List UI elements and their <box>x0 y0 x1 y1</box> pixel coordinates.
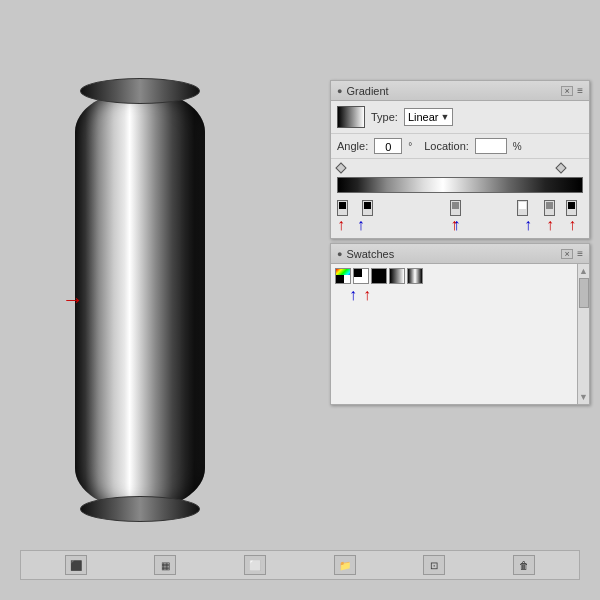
swatch-black[interactable] <box>371 268 387 284</box>
stop-5[interactable] <box>544 200 555 216</box>
stop-6[interactable] <box>566 200 577 216</box>
percent-symbol: % <box>513 141 522 152</box>
swatch-rainbow[interactable] <box>335 268 351 284</box>
swatch-gradient-bw[interactable] <box>389 268 405 284</box>
cylinder-wrapper <box>75 90 205 510</box>
swatches-scrollbar[interactable]: ▲ ▼ <box>577 264 589 404</box>
scroll-down-arrow[interactable]: ▼ <box>578 392 589 402</box>
toolbar-icon-4[interactable]: 📁 <box>334 555 356 575</box>
swatch-red-arrow: ↑ <box>363 286 371 304</box>
type-value: Linear <box>408 111 439 123</box>
gradient-panel-titlebar: ● Gradient × ≡ <box>331 81 589 101</box>
toolbar-icon-2[interactable]: ▦ <box>154 555 176 575</box>
swatches-content: ↑ ↑ <box>331 264 589 404</box>
stop-2[interactable] <box>362 200 373 216</box>
toolbar-icon-6[interactable]: 🗑 <box>513 555 535 575</box>
blue-arrow-3: ↑ <box>524 216 532 234</box>
angle-input[interactable]: 0 <box>374 138 402 154</box>
gradient-title-left: ● Gradient <box>337 85 389 97</box>
stop-color-4 <box>519 202 526 209</box>
red-arrow-1: ↑ <box>337 216 345 234</box>
stop-color-1 <box>339 202 346 209</box>
gradient-panel-buttons: × ≡ <box>561 85 583 96</box>
canvas-area: → <box>0 0 280 600</box>
stop-color-2 <box>364 202 371 209</box>
swatches-panel-menu-icon[interactable]: ≡ <box>577 248 583 259</box>
swatches-title-left: ● Swatches <box>337 248 394 260</box>
stop-3[interactable] <box>450 200 461 216</box>
diamond-left[interactable] <box>335 162 346 173</box>
gradient-panel-menu-icon[interactable]: ≡ <box>577 85 583 96</box>
gradient-circle-icon: ● <box>337 86 342 96</box>
type-dropdown[interactable]: Linear ▼ <box>404 108 454 126</box>
gradient-panel-close[interactable]: × <box>561 86 573 96</box>
stop-4[interactable] <box>517 200 528 216</box>
toolbar-icon-1[interactable]: ⬛ <box>65 555 87 575</box>
type-label: Type: <box>371 111 398 123</box>
degree-symbol: ° <box>408 141 412 152</box>
swatches-panel-titlebar: ● Swatches × ≡ <box>331 244 589 264</box>
gradient-type-row: Type: Linear ▼ <box>331 101 589 134</box>
location-input[interactable] <box>475 138 507 154</box>
swatch-blue-arrow: ↑ <box>349 286 357 304</box>
red-arrow-2: ↑ <box>450 216 458 234</box>
swatches-body: ↑ ↑ ▲ ▼ <box>331 264 589 404</box>
location-label: Location: <box>424 140 469 152</box>
swatches-panel-title: Swatches <box>346 248 394 260</box>
swatches-circle-icon: ● <box>337 249 342 259</box>
swatch-gradient-bwb[interactable] <box>407 268 423 284</box>
blue-arrow-1: ↑ <box>357 216 365 234</box>
swatch-arrows: ↑ ↑ <box>335 286 585 304</box>
toolbar-icon-5[interactable]: ⊡ <box>423 555 445 575</box>
diamond-right[interactable] <box>555 162 566 173</box>
red-arrow-3: ↑ <box>546 216 554 234</box>
swatches-panel-buttons: × ≡ <box>561 248 583 259</box>
swatches-panel-close[interactable]: × <box>561 249 573 259</box>
stop-color-6 <box>568 202 575 209</box>
gradient-preview-box[interactable] <box>337 106 365 128</box>
gradient-bar-area: ↑ ↑ ↑ ↑ ↑ ↑ ↑ <box>331 159 589 238</box>
bottom-toolbar: ⬛ ▦ ⬜ 📁 ⊡ 🗑 <box>20 550 580 580</box>
gradient-panel-title: Gradient <box>346 85 388 97</box>
stop-color-3 <box>452 202 459 209</box>
scroll-thumb[interactable] <box>579 278 589 308</box>
red-arrow-4: ↑ <box>568 216 576 234</box>
type-dropdown-arrow: ▼ <box>440 112 449 122</box>
gradient-track[interactable] <box>337 177 583 193</box>
swatch-row-1 <box>335 268 585 284</box>
cylinder-shape <box>75 90 205 510</box>
left-arrow-indicator: → <box>62 287 84 313</box>
swatches-panel: ● Swatches × ≡ <box>330 243 590 405</box>
gradient-panel: ● Gradient × ≡ Type: Linear ▼ Angle: 0 °… <box>330 80 590 239</box>
panels-area: ● Gradient × ≡ Type: Linear ▼ Angle: 0 °… <box>330 80 590 405</box>
stop-color-5 <box>546 202 553 209</box>
toolbar-icon-3[interactable]: ⬜ <box>244 555 266 575</box>
gradient-stops-row <box>337 194 583 216</box>
diamonds-row <box>337 163 583 177</box>
swatch-white[interactable] <box>353 268 369 284</box>
stop-1[interactable] <box>337 200 348 216</box>
stop-arrows-row: ↑ ↑ ↑ ↑ ↑ ↑ ↑ <box>337 216 583 238</box>
scroll-up-arrow[interactable]: ▲ <box>578 265 589 277</box>
angle-label: Angle: <box>337 140 368 152</box>
gradient-angle-row: Angle: 0 ° Location: % <box>331 134 589 159</box>
